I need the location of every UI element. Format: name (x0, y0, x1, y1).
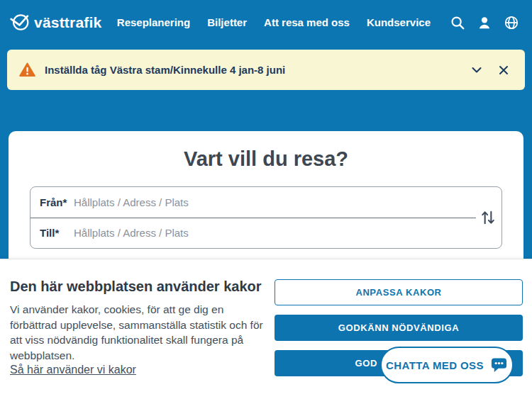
close-icon[interactable] (497, 64, 510, 77)
vasttrafik-logo[interactable]: västtrafik (10, 13, 101, 32)
to-input[interactable] (74, 227, 462, 239)
approve-necessary-button[interactable]: GODKÄNN NÖDVÄNDIGA (275, 315, 523, 341)
logo-wordmark: västtrafik (34, 14, 101, 31)
to-label: Till* (40, 227, 74, 239)
main-nav: Reseplanering Biljetter Att resa med oss… (117, 16, 431, 28)
chat-bubble-icon (490, 356, 508, 373)
alert-controls (470, 64, 510, 77)
customize-cookies-button[interactable]: ANPASSA KAKOR (275, 279, 523, 305)
vasttrafik-logo-icon (10, 13, 29, 32)
nav-reseplanering[interactable]: Reseplanering (117, 16, 190, 28)
from-label: Från* (40, 196, 74, 208)
page-title: Vart vill du resa? (9, 147, 523, 171)
chat-with-us-button[interactable]: CHATTA MED OSS (380, 347, 514, 383)
cookie-description: Vi använder kakor, cookies, för att ge d… (10, 302, 267, 364)
swap-arrows-icon[interactable] (477, 207, 499, 228)
globe-icon[interactable] (504, 15, 519, 30)
from-input[interactable] (74, 196, 462, 208)
site-header: västtrafik Reseplanering Biljetter Att r… (0, 0, 532, 45)
cookie-title: Den här webbplatsen använder kakor (10, 279, 267, 295)
search-icon[interactable] (450, 15, 465, 30)
nav-kundservice[interactable]: Kundservice (367, 16, 431, 28)
to-field-row: Till* (31, 218, 501, 248)
nav-biljetter[interactable]: Biljetter (207, 16, 247, 28)
header-icon-group (450, 15, 519, 30)
cookie-info-link[interactable]: Så här använder vi kakor (10, 364, 136, 376)
user-icon[interactable] (477, 15, 492, 30)
from-field-row: Från* (31, 187, 501, 218)
vasttrafik-page: västtrafik Reseplanering Biljetter Att r… (0, 0, 532, 399)
disruption-alert-banner: Inställda tåg Västra stam/Kinnekulle 4 j… (7, 50, 525, 90)
cookie-text-block: Den här webbplatsen använder kakor Vi an… (10, 279, 267, 376)
nav-att-resa-med-oss[interactable]: Att resa med oss (264, 16, 350, 28)
warning-triangle-icon (19, 62, 35, 77)
journey-search-box: Från* Till* (30, 186, 502, 249)
chevron-down-icon[interactable] (470, 65, 484, 75)
alert-message: Inställda tåg Västra stam/Kinnekulle 4 j… (45, 64, 285, 76)
field-divider (31, 218, 476, 218)
chat-label: CHATTA MED OSS (386, 359, 484, 371)
